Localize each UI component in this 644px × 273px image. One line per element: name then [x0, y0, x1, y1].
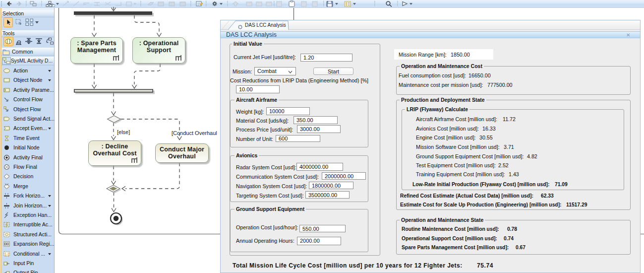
- svg-text:[else]: [else]: [117, 129, 130, 135]
- svg-text:[Conduct Overhaul: [Conduct Overhaul: [172, 130, 217, 136]
